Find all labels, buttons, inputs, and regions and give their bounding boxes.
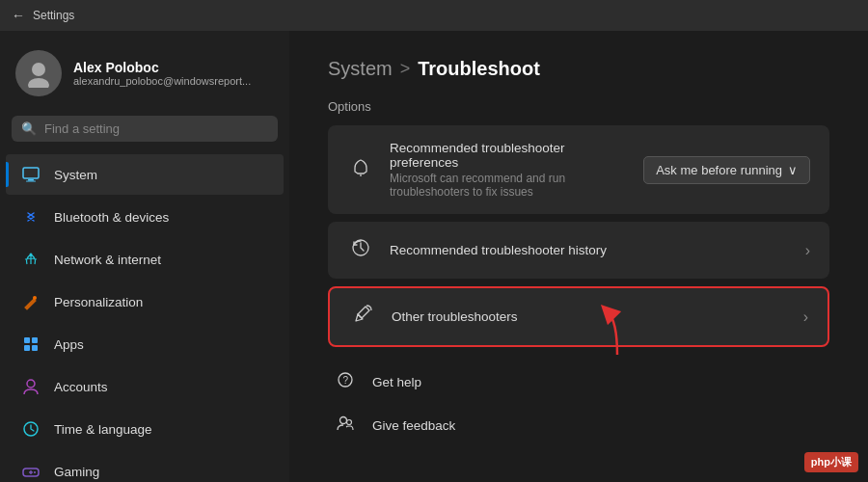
svg-point-0	[32, 63, 45, 76]
svg-point-23	[347, 420, 352, 425]
user-profile[interactable]: Alex Poloboc alexandru_poloboc@windowsre…	[0, 31, 289, 112]
card-title-recommended-prefs: Recommended troubleshooter preferences	[390, 141, 628, 170]
give-feedback-row[interactable]: Give feedback	[328, 404, 829, 447]
search-input[interactable]	[44, 121, 268, 136]
breadcrumb-separator: >	[400, 59, 411, 79]
card-text-recommended-prefs: Recommended troubleshooter preferences M…	[390, 141, 628, 199]
user-info: Alex Poloboc alexandru_poloboc@windowsre…	[73, 60, 251, 87]
chevron-right-icon-2: ›	[803, 308, 808, 326]
svg-rect-7	[24, 337, 30, 343]
sidebar-item-gaming[interactable]: Gaming	[6, 451, 284, 482]
breadcrumb-current: Troubleshoot	[418, 58, 540, 80]
get-help-icon: ?	[332, 370, 359, 394]
svg-rect-4	[26, 181, 36, 182]
svg-rect-10	[32, 345, 38, 351]
sidebar-item-label-gaming: Gaming	[54, 465, 99, 479]
card-row-recommended-history[interactable]: Recommended troubleshooter history ›	[328, 222, 829, 279]
sidebar-item-label-system: System	[54, 168, 97, 182]
accounts-icon	[21, 377, 41, 396]
svg-point-16	[34, 471, 36, 473]
sidebar-item-bluetooth[interactable]: Bluetooth & devices	[6, 197, 284, 237]
svg-point-11	[27, 380, 35, 388]
card-recommended-prefs: Recommended troubleshooter preferences M…	[328, 125, 829, 214]
svg-rect-3	[28, 179, 34, 181]
sidebar-item-label-time: Time & language	[54, 422, 152, 437]
main-layout: Alex Poloboc alexandru_poloboc@windowsre…	[0, 31, 868, 482]
svg-point-22	[340, 417, 347, 424]
card-title-other-troubleshooters: Other troubleshooters	[392, 309, 788, 324]
svg-point-6	[33, 296, 37, 300]
system-icon	[21, 165, 41, 184]
back-button[interactable]: ←	[12, 8, 25, 23]
php-watermark: php小课	[804, 452, 858, 472]
user-name: Alex Poloboc	[73, 60, 251, 75]
personalization-icon	[21, 292, 41, 311]
extra-links: ? Get help Give feedback	[328, 361, 829, 447]
gaming-icon	[21, 462, 41, 481]
bluetooth-icon	[21, 207, 41, 227]
network-icon	[21, 250, 41, 269]
user-email: alexandru_poloboc@windowsreport...	[73, 75, 251, 87]
card-subtitle-recommended-prefs: Microsoft can recommend and run troubles…	[390, 172, 628, 199]
sidebar-item-label-bluetooth: Bluetooth & devices	[54, 210, 169, 225]
search-icon: 🔍	[21, 121, 37, 136]
content-area: System > Troubleshoot Options Recommende…	[289, 31, 868, 482]
time-icon	[21, 419, 41, 439]
svg-point-5	[30, 254, 33, 256]
sidebar-item-label-network: Network & internet	[54, 253, 161, 267]
chevron-down-icon: ∨	[788, 163, 798, 177]
sidebar-item-apps[interactable]: Apps	[6, 324, 284, 364]
card-text-recommended-history: Recommended troubleshooter history	[390, 243, 790, 257]
card-title-recommended-history: Recommended troubleshooter history	[390, 243, 790, 257]
sidebar-item-time[interactable]: Time & language	[6, 409, 284, 449]
search-bar[interactable]: 🔍	[12, 116, 278, 142]
other-troubleshooters-icon	[349, 304, 376, 330]
card-recommended-history: Recommended troubleshooter history ›	[328, 222, 829, 279]
avatar	[15, 50, 62, 96]
svg-rect-9	[24, 345, 30, 351]
chevron-right-icon: ›	[805, 242, 810, 259]
troubleshooter-history-icon	[347, 237, 374, 263]
sidebar-item-network[interactable]: Network & internet	[6, 239, 284, 280]
card-row-recommended-prefs[interactable]: Recommended troubleshooter preferences M…	[328, 125, 829, 214]
card-action-recommended-prefs: Ask me before running ∨	[643, 156, 810, 184]
title-bar: ← Settings	[0, 0, 868, 31]
dropdown-label: Ask me before running	[656, 163, 782, 177]
sidebar-item-label-apps: Apps	[54, 337, 84, 352]
breadcrumb-parent: System	[328, 58, 393, 80]
apps-icon	[21, 335, 41, 354]
sidebar-item-system[interactable]: System	[6, 154, 284, 195]
breadcrumb: System > Troubleshoot	[328, 58, 829, 80]
app-title: Settings	[33, 9, 74, 22]
sidebar-item-label-personalization: Personalization	[54, 295, 143, 309]
sidebar-item-personalization[interactable]: Personalization	[6, 281, 284, 322]
give-feedback-icon	[332, 414, 359, 438]
card-row-other-troubleshooters[interactable]: Other troubleshooters ›	[330, 288, 827, 345]
section-label: Options	[328, 99, 829, 114]
get-help-row[interactable]: ? Get help	[328, 361, 829, 404]
give-feedback-label: Give feedback	[372, 418, 455, 433]
svg-rect-8	[32, 337, 38, 343]
get-help-label: Get help	[372, 375, 421, 389]
card-other-troubleshooters: Other troubleshooters ›	[328, 286, 829, 347]
svg-text:?: ?	[343, 375, 349, 386]
svg-point-1	[28, 78, 49, 88]
troubleshooter-prefs-icon	[347, 157, 374, 183]
sidebar: Alex Poloboc alexandru_poloboc@windowsre…	[0, 31, 289, 482]
card-text-other-troubleshooters: Other troubleshooters	[392, 309, 788, 324]
sidebar-item-accounts[interactable]: Accounts	[6, 366, 284, 407]
sidebar-item-label-accounts: Accounts	[54, 380, 108, 394]
dropdown-button[interactable]: Ask me before running ∨	[643, 156, 810, 184]
svg-rect-2	[23, 168, 39, 178]
